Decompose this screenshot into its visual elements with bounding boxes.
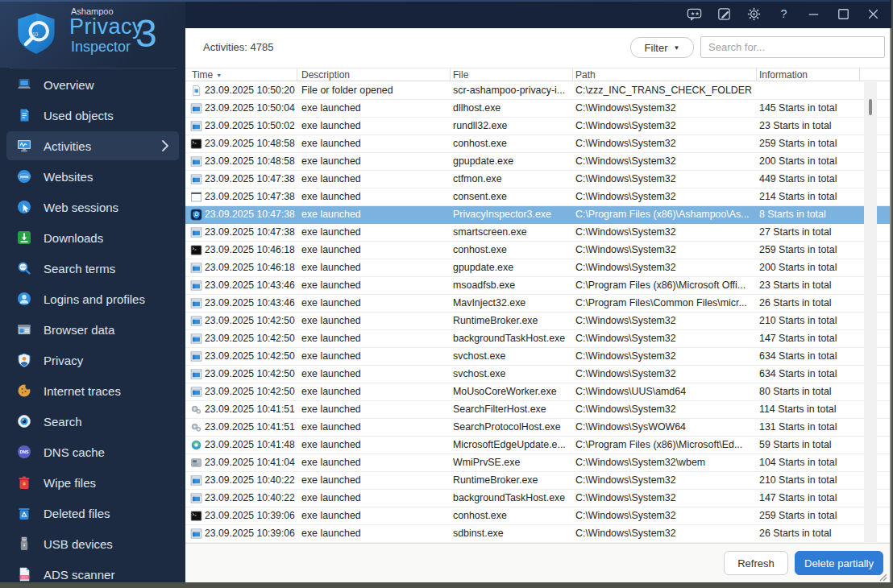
table-row[interactable]: 23.09.2025 10:40:22exe launchedRuntimeBr… — [185, 472, 890, 490]
cell-file: msoadfsb.exe — [453, 277, 572, 295]
column-divider — [450, 68, 451, 81]
sidebar-item-internet-traces[interactable]: Internet traces — [6, 376, 179, 405]
table-row[interactable]: 23.09.2025 10:42:50exe launchedbackgroun… — [185, 330, 890, 348]
svg-text:DNS: DNS — [20, 449, 29, 454]
table-row[interactable]: 23.09.2025 10:41:48exe launchedMicrosoft… — [185, 437, 890, 454]
scrollbar-thumb[interactable] — [869, 99, 872, 115]
table-row[interactable]: 23.09.2025 10:39:06exe launchedconhost.e… — [185, 507, 890, 525]
table-row[interactable]: 23.09.2025 10:48:58exe launchedconhost.e… — [185, 135, 890, 153]
magnifier-icon — [16, 260, 32, 276]
cell-description: exe launched — [301, 135, 450, 153]
help-button[interactable]: ? — [771, 4, 795, 25]
cell-path: C:\Windows\System32 — [575, 118, 756, 135]
cell-path: C:\Program Files\Common Files\micr... — [575, 295, 756, 313]
sidebar-item-search[interactable]: Search — [6, 407, 179, 436]
table-row[interactable]: 23.09.2025 10:48:58exe launchedgpupdate.… — [185, 153, 890, 171]
delete-partially-button[interactable]: Delete partially — [795, 551, 883, 575]
cell-time: 23.09.2025 10:42:50 — [205, 330, 298, 348]
table-row[interactable]: 23.09.2025 10:41:51exe launchedSearchPro… — [185, 419, 890, 437]
table-row[interactable]: 23.09.2025 10:42:50exe launchedsvchost.e… — [185, 348, 890, 366]
app-window-icon — [190, 297, 203, 310]
sidebar-item-ads-scanner[interactable]: ADSADS scanner — [6, 560, 179, 588]
cell-description: exe launched — [301, 295, 450, 313]
sidebar-item-dns-cache[interactable]: DNSDNS cache — [6, 437, 179, 466]
table-row[interactable]: 23.09.2025 10:42:50exe launchedMoUsoCore… — [185, 383, 890, 401]
column-header-information[interactable]: Information — [759, 69, 808, 81]
cell-time: 23.09.2025 10:50:04 — [205, 100, 298, 118]
table-row[interactable]: 23.09.2025 10:46:18exe launchedgpupdate.… — [185, 259, 890, 277]
cell-information: 634 Starts in total — [759, 366, 859, 383]
feedback-button[interactable]: ★★ — [682, 4, 706, 25]
sidebar-item-privacy[interactable]: Privacy — [6, 346, 179, 375]
search-input[interactable] — [700, 36, 885, 58]
sidebar-item-web-sessions[interactable]: Web sessions — [6, 193, 179, 222]
maximize-button[interactable] — [831, 4, 855, 25]
cell-time: 23.09.2025 10:48:58 — [205, 153, 298, 171]
app-window-icon — [190, 280, 203, 292]
sidebar-item-used-objects[interactable]: Used objects — [6, 101, 179, 130]
cell-file: smartscreen.exe — [453, 224, 572, 242]
app-window-icon — [190, 492, 203, 505]
column-header-path[interactable]: Path — [575, 69, 596, 81]
sidebar-item-search-terms[interactable]: Search terms — [6, 254, 179, 283]
gear-icon — [746, 6, 762, 23]
column-divider — [859, 68, 860, 81]
cell-path: C:\Program Files (x86)\Microsoft\Ed... — [575, 437, 756, 454]
resize-grip[interactable] — [878, 570, 887, 580]
table-row[interactable]: 23.09.2025 10:43:46exe launchedmsoadfsb.… — [185, 277, 890, 295]
table-row[interactable]: 23.09.2025 10:40:22exe launchedbackgroun… — [185, 490, 890, 507]
cell-description: exe launched — [301, 401, 450, 419]
activities-count-label: Activities: 4785 — [203, 41, 273, 53]
sidebar-item-deleted-files[interactable]: Deleted files — [6, 499, 179, 528]
refresh-button[interactable]: Refresh — [724, 551, 788, 575]
table-row[interactable]: 23.09.2025 10:47:38exe launchedPrivacyIn… — [185, 206, 890, 224]
table-row[interactable]: 23.09.2025 10:50:20File or folder opened… — [185, 82, 890, 100]
close-button[interactable] — [861, 4, 885, 25]
cell-file: MoUsoCoreWorker.exe — [453, 383, 572, 401]
table-row[interactable]: 23.09.2025 10:43:46exe launchedMavInject… — [185, 295, 890, 313]
table-row[interactable]: 23.09.2025 10:41:51exe launchedSearchFil… — [185, 401, 890, 419]
settings-button[interactable] — [741, 4, 766, 25]
sidebar-item-usb-devices[interactable]: USB devices — [6, 529, 179, 558]
content-header: Activities: 4785 Filter ▼ — [185, 28, 890, 68]
laptop-icon — [16, 77, 32, 93]
table-row[interactable]: 23.09.2025 10:47:38exe launchedconsent.e… — [185, 188, 890, 206]
activities-table: 23.09.2025 10:50:20File or folder opened… — [185, 82, 890, 543]
table-row[interactable]: 23.09.2025 10:41:04exe launchedWmiPrvSE.… — [185, 454, 890, 472]
sidebar-item-websites[interactable]: wwwWebsites — [6, 162, 179, 191]
cell-path: C:\Windows\System32 — [575, 259, 756, 277]
cell-description: exe launched — [301, 419, 450, 437]
sidebar-item-logins-and-profiles[interactable]: Logins and profiles — [6, 284, 179, 313]
cell-path: C:\Windows\UUS\amd64 — [575, 383, 756, 401]
cell-time: 23.09.2025 10:50:20 — [205, 82, 298, 100]
vertical-scrollbar[interactable] — [864, 82, 877, 543]
sidebar-item-downloads[interactable]: Downloads — [6, 223, 179, 252]
column-header-description[interactable]: Description — [301, 69, 350, 81]
help-icon: ? — [775, 6, 792, 23]
table-row[interactable]: 23.09.2025 10:50:04exe launcheddllhost.e… — [185, 100, 890, 118]
table-row[interactable]: 23.09.2025 10:50:02exe launchedrundll32.… — [185, 118, 890, 135]
activity-monitor-icon — [16, 138, 32, 154]
svg-text:★★: ★★ — [690, 10, 700, 16]
table-row[interactable]: 23.09.2025 10:42:50exe launchedsvchost.e… — [185, 366, 890, 383]
table-row[interactable]: 23.09.2025 10:39:06exe launchedsdbinst.e… — [185, 525, 890, 543]
sidebar-item-activities[interactable]: Activities — [6, 131, 179, 160]
sidebar-nav: OverviewUsed objectsActivitieswwwWebsite… — [0, 70, 185, 588]
minimize-button[interactable] — [801, 4, 825, 25]
table-row[interactable]: 23.09.2025 10:47:38exe launchedctfmon.ex… — [185, 171, 890, 188]
sidebar-item-browser-data[interactable]: Browser data — [6, 315, 179, 344]
app-window-icon — [190, 368, 203, 381]
cell-description: exe launched — [301, 348, 450, 366]
cell-path: C:\Windows\System32 — [575, 171, 756, 188]
filter-button[interactable]: Filter ▼ — [630, 37, 694, 58]
chevron-right-icon — [161, 139, 169, 152]
notes-button[interactable] — [712, 4, 736, 25]
table-row[interactable]: 23.09.2025 10:42:50exe launchedRuntimeBr… — [185, 313, 890, 330]
sidebar-item-wipe-files[interactable]: Wipe files — [6, 468, 179, 497]
cell-description: exe launched — [301, 188, 450, 206]
sidebar-item-overview[interactable]: Overview — [6, 70, 179, 99]
table-row[interactable]: 23.09.2025 10:46:18exe launchedconhost.e… — [185, 242, 890, 259]
table-row[interactable]: 23.09.2025 10:47:38exe launchedsmartscre… — [185, 224, 890, 242]
column-header-file[interactable]: File — [453, 69, 468, 81]
column-header-time[interactable]: Time▼ — [192, 69, 222, 81]
